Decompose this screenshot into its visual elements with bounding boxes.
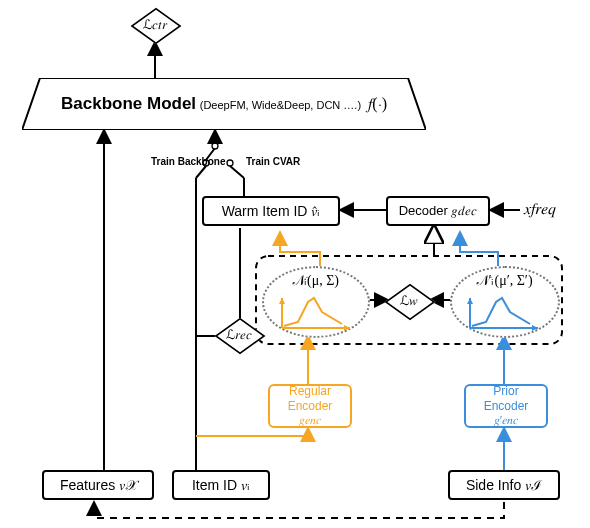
loss-w-label: ℒ𝑤 [400, 293, 418, 309]
loss-rec-diamond: ℒ𝑟𝑒𝑐 [216, 318, 262, 352]
side-info-label: Side Info 𝑣ℐ [466, 477, 542, 494]
dist-prior-ellipse: 𝒩′ᵢ(μ′, Σ′) [450, 266, 560, 338]
loss-w-diamond: ℒ𝑤 [386, 284, 432, 318]
prior-encoder-box: Prior Encoder 𝑔′𝑒𝑛𝑐 [464, 384, 548, 428]
svg-marker-26 [279, 298, 285, 304]
loss-ctr-diamond: ℒ𝑐𝑡𝑟 [132, 8, 178, 42]
switch-train-backbone-label: Train Backbone [151, 156, 225, 167]
features-box: Features 𝑣𝒳 [42, 470, 154, 500]
backbone-fn: 𝑓(⋅) [368, 95, 387, 112]
dist-regular-ellipse: 𝒩ᵢ(μ, Σ) [262, 266, 370, 338]
svg-marker-28 [532, 325, 538, 331]
decoder-box: Decoder 𝑔𝑑𝑒𝑐 [386, 196, 490, 226]
decoder-label: Decoder 𝑔𝑑𝑒𝑐 [399, 203, 478, 219]
prior-encoder-fn: 𝑔′𝑒𝑛𝑐 [494, 413, 519, 427]
loss-ctr-label: ℒ𝑐𝑡𝑟 [143, 17, 167, 33]
prior-encoder-l2: Encoder [484, 399, 529, 413]
backbone-title: Backbone Model [61, 94, 196, 113]
item-id-label: Item ID 𝑣ᵢ [192, 477, 250, 494]
svg-marker-24 [344, 325, 350, 331]
warm-item-id-label: Warm Item ID 𝑣̂ᵢ [222, 203, 321, 220]
backbone-sub: (DeepFM, Wide&Deep, DCN ….) [200, 99, 361, 111]
item-id-box: Item ID 𝑣ᵢ [172, 470, 270, 500]
prior-encoder-l1: Prior [493, 384, 518, 398]
svg-marker-30 [467, 298, 473, 304]
features-label: Features 𝑣𝒳 [60, 477, 136, 494]
regular-encoder-fn: 𝑔𝑒𝑛𝑐 [299, 413, 321, 427]
svg-point-7 [227, 160, 233, 166]
regular-encoder-box: Regular Encoder 𝑔𝑒𝑛𝑐 [268, 384, 352, 428]
backbone-model-block: Backbone Model (DeepFM, Wide&Deep, DCN …… [22, 78, 426, 130]
x-freq-label: 𝑥𝑓𝑟𝑒𝑞 [524, 200, 556, 218]
regular-encoder-l2: Encoder [288, 399, 333, 413]
svg-line-3 [196, 166, 206, 178]
switch-train-cvar-label: Train CVAR [246, 156, 300, 167]
warm-item-id-box: Warm Item ID 𝑣̂ᵢ [202, 196, 340, 226]
loss-rec-label: ℒ𝑟𝑒𝑐 [226, 327, 252, 343]
svg-line-5 [230, 166, 244, 178]
side-info-box: Side Info 𝑣ℐ [448, 470, 560, 500]
regular-encoder-l1: Regular [289, 384, 331, 398]
svg-point-9 [212, 143, 218, 149]
